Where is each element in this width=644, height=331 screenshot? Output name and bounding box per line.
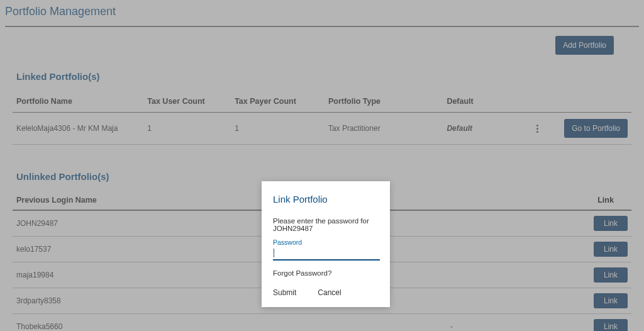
- password-label: Password: [273, 238, 379, 247]
- text-cursor: [274, 249, 274, 257]
- cancel-button[interactable]: Cancel: [318, 288, 341, 297]
- modal-instruction: Please enter the password for JOHN29487: [273, 217, 379, 238]
- submit-button[interactable]: Submit: [273, 288, 296, 297]
- forgot-password-link[interactable]: Forgot Password?: [273, 261, 379, 283]
- link-portfolio-modal: Link Portfolio Please enter the password…: [262, 181, 390, 307]
- modal-title: Link Portfolio: [273, 194, 379, 217]
- password-input[interactable]: [273, 248, 380, 261]
